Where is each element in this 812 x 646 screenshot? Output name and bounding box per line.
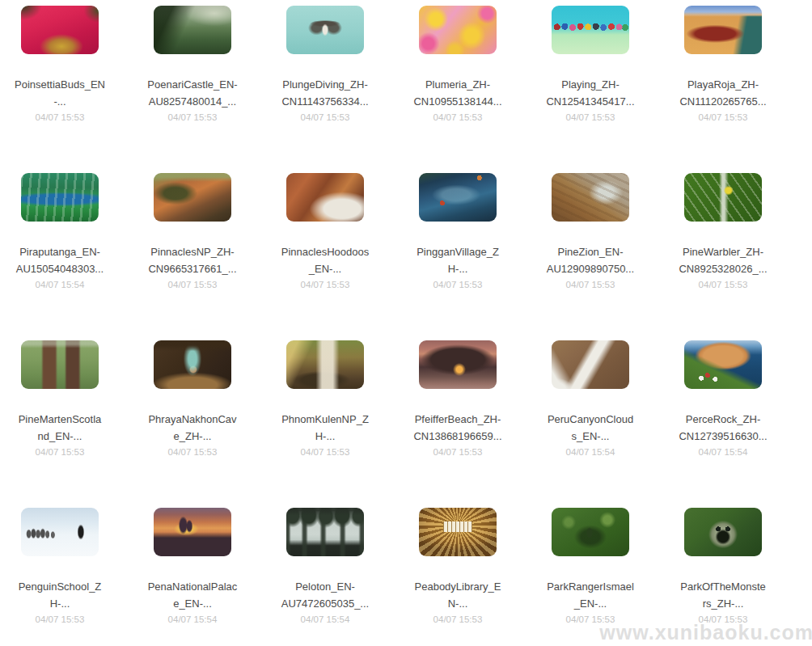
file-thumbnail[interactable] (286, 6, 364, 54)
file-item[interactable]: Playing_ZH- CN12541345417... 04/07 15:53 (524, 6, 657, 173)
file-name-line2: _EN-... (524, 595, 657, 612)
file-name-line1: PineZion_EN- (524, 243, 657, 260)
file-item[interactable]: PhnomKulenNP_Z H-... 04/07 15:53 (259, 340, 391, 508)
file-name: PinnaclesNP_ZH- CN9665317661_... (126, 243, 259, 277)
file-thumbnail[interactable] (154, 508, 231, 556)
file-item[interactable]: PineWarbler_ZH- CN8925328026_... 04/07 1… (657, 173, 789, 340)
file-thumbnail[interactable] (21, 173, 99, 222)
file-name-line2: s_EN-... (524, 428, 657, 445)
file-thumbnail[interactable] (684, 173, 762, 222)
file-name-line2: CN9665317661_... (126, 260, 259, 277)
file-name: PlungeDiving_ZH- CN11143756334... (259, 76, 391, 110)
file-timestamp: 04/07 15:53 (126, 446, 259, 458)
file-timestamp: 04/07 15:53 (657, 112, 789, 123)
file-name: PfeifferBeach_ZH- CN13868196659... (391, 411, 524, 445)
file-timestamp: 04/07 15:53 (259, 112, 391, 123)
file-thumbnail[interactable] (21, 508, 99, 556)
file-name: PingganVillage_Z H-... (391, 243, 524, 277)
file-thumbnail[interactable] (552, 508, 629, 556)
file-thumbnail[interactable] (684, 508, 762, 556)
file-name-line1: PineWarbler_ZH- (657, 243, 789, 260)
file-name-line2: H-... (391, 260, 524, 277)
file-timestamp: 04/07 15:53 (391, 614, 524, 625)
file-name: PeruCanyonCloud s_EN-... (524, 411, 657, 445)
file-thumbnail[interactable] (21, 6, 99, 54)
file-timestamp: 04/07 15:54 (0, 279, 126, 290)
file-item[interactable]: ParkRangerIsmael _EN-... 04/07 15:53 (524, 508, 657, 646)
file-thumbnail[interactable] (419, 508, 497, 556)
file-name-line1: PfeifferBeach_ZH- (391, 411, 524, 428)
file-item[interactable]: PoinsettiaBuds_EN -... 04/07 15:53 (0, 6, 126, 173)
file-name-line1: PingganVillage_Z (391, 243, 524, 260)
file-name: ParkOfTheMonste rs_ZH-... (657, 578, 789, 612)
file-name: PinnaclesHoodoos _EN-... (259, 243, 391, 277)
file-item[interactable]: PerceRock_ZH- CN12739516630... 04/07 15:… (657, 340, 789, 508)
file-name-line2: e_ZH-... (126, 428, 259, 445)
file-item[interactable]: ParkOfTheMonste rs_ZH-... 04/07 15:53 (657, 508, 789, 646)
file-name-line1: PeabodyLibrary_E (391, 578, 524, 595)
file-name-line1: ParkRangerIsmael (524, 578, 657, 595)
file-item[interactable]: PhrayaNakhonCav e_ZH-... 04/07 15:53 (126, 340, 259, 508)
file-thumbnail[interactable] (154, 173, 231, 222)
file-name-line2: AU12909890750... (524, 260, 657, 277)
file-thumbnail[interactable] (21, 340, 99, 389)
file-timestamp: 04/07 15:53 (524, 614, 657, 625)
file-timestamp: 04/07 15:53 (259, 446, 391, 458)
file-name-line1: PenaNationalPalac (126, 578, 259, 595)
file-item[interactable]: PeabodyLibrary_E N-... 04/07 15:53 (391, 508, 524, 646)
file-timestamp: 04/07 15:53 (391, 446, 524, 458)
file-name: PineMartenScotla nd_EN-... (0, 411, 126, 445)
file-name-line1: Playing_ZH- (524, 76, 657, 93)
file-thumbnail[interactable] (552, 6, 629, 54)
file-name-line2: H-... (259, 428, 391, 445)
file-thumbnail[interactable] (154, 340, 231, 389)
file-name: Playing_ZH- CN12541345417... (524, 76, 657, 110)
file-item[interactable]: PinnaclesNP_ZH- CN9665317661_... 04/07 1… (126, 173, 259, 340)
file-name: PhnomKulenNP_Z H-... (259, 411, 391, 445)
file-thumbnail[interactable] (286, 173, 364, 222)
file-thumbnail[interactable] (286, 340, 364, 389)
file-thumbnail[interactable] (684, 6, 762, 54)
file-name-line2: CN12739516630... (657, 428, 789, 445)
file-name: PoinsettiaBuds_EN -... (0, 76, 126, 110)
file-item[interactable]: PfeifferBeach_ZH- CN13868196659... 04/07… (391, 340, 524, 508)
file-name-line2: CN8925328026_... (657, 260, 789, 277)
file-item[interactable]: Plumeria_ZH- CN10955138144... 04/07 15:5… (391, 6, 524, 173)
file-thumbnail[interactable] (552, 340, 629, 389)
file-name: Peloton_EN- AU7472605035_... (259, 578, 391, 612)
file-item[interactable]: PlungeDiving_ZH- CN11143756334... 04/07 … (259, 6, 391, 173)
file-item[interactable]: PineMartenScotla nd_EN-... 04/07 15:53 (0, 340, 126, 508)
file-name-line2: CN11120265765... (657, 93, 789, 110)
file-name: PineZion_EN- AU12909890750... (524, 243, 657, 277)
file-name-line1: PhrayaNakhonCav (126, 411, 259, 428)
file-timestamp: 04/07 15:53 (524, 279, 657, 290)
file-name-line2: N-... (391, 595, 524, 612)
file-item[interactable]: Peloton_EN- AU7472605035_... 04/07 15:54 (259, 508, 391, 646)
file-item[interactable]: PinnaclesHoodoos _EN-... 04/07 15:53 (259, 173, 391, 340)
file-timestamp: 04/07 15:53 (391, 112, 524, 123)
file-timestamp: 04/07 15:53 (0, 112, 126, 123)
file-name: PineWarbler_ZH- CN8925328026_... (657, 243, 789, 277)
file-item[interactable]: PineZion_EN- AU12909890750... 04/07 15:5… (524, 173, 657, 340)
file-name-line1: PoinsettiaBuds_EN (0, 76, 126, 93)
file-manager-page: PoinsettiaBuds_EN -... 04/07 15:53 Poena… (0, 0, 812, 646)
file-item[interactable]: PenaNationalPalac e_EN-... 04/07 15:54 (126, 508, 259, 646)
file-item[interactable]: PenguinSchool_Z H-... 04/07 15:53 (0, 508, 126, 646)
file-thumbnail[interactable] (286, 508, 364, 556)
file-timestamp: 04/07 15:53 (391, 279, 524, 290)
file-thumbnail[interactable] (419, 173, 497, 222)
file-thumbnail[interactable] (419, 340, 497, 389)
file-item[interactable]: PingganVillage_Z H-... 04/07 15:53 (391, 173, 524, 340)
file-thumbnail[interactable] (154, 6, 231, 54)
file-item[interactable]: PlayaRoja_ZH- CN11120265765... 04/07 15:… (657, 6, 789, 173)
file-item[interactable]: PoenariCastle_EN- AU8257480014_... 04/07… (126, 6, 259, 173)
file-item[interactable]: Piraputanga_EN- AU15054048303... 04/07 1… (0, 173, 126, 340)
file-name: Plumeria_ZH- CN10955138144... (391, 76, 524, 110)
file-item[interactable]: PeruCanyonCloud s_EN-... 04/07 15:54 (524, 340, 657, 508)
file-thumbnail[interactable] (552, 173, 629, 222)
file-timestamp: 04/07 15:53 (657, 279, 789, 290)
file-thumbnail[interactable] (419, 6, 497, 54)
file-thumbnail[interactable] (684, 340, 762, 389)
file-name-line1: PinnaclesHoodoos (259, 243, 391, 260)
file-timestamp: 04/07 15:53 (126, 112, 259, 123)
